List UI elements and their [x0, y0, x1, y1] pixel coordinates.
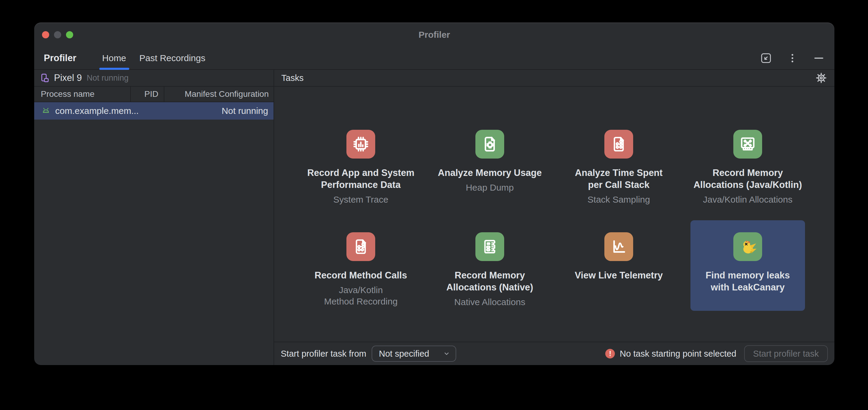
warning-text: No task starting point selected: [620, 349, 736, 359]
task-title: Record Memory Allocations (Java/Kotlin): [690, 167, 805, 191]
task-title: Record Memory Allocations (Native): [433, 269, 547, 294]
footer-bar: Start profiler task from Not specified !…: [274, 342, 834, 365]
start-profiler-task-button[interactable]: Start profiler task: [744, 345, 828, 362]
tab-past-recordings-label: Past Recordings: [140, 53, 206, 63]
titlebar: Profiler: [34, 23, 834, 47]
process-panel: Pixel 9 Not running Process name PID Man…: [34, 70, 274, 365]
task-title: Record Method Calls: [315, 269, 407, 281]
tab-past-recordings[interactable]: Past Recordings: [133, 47, 212, 69]
column-header-pid[interactable]: PID: [131, 87, 164, 102]
task-card[interactable]: Analyze Memory UsageHeap Dump: [433, 118, 547, 208]
start-from-label: Start profiler task from: [281, 349, 366, 359]
process-name: com.example.mem...: [55, 106, 222, 116]
starting-point-dropdown[interactable]: Not specified: [372, 346, 456, 362]
task-subtitle: Stack Sampling: [588, 194, 650, 205]
process-table-header: Process name PID Manifest Configuration: [34, 87, 274, 102]
task-subtitle: System Trace: [333, 194, 388, 205]
more-options-icon[interactable]: [786, 52, 799, 65]
telemetry-chart-icon: [604, 232, 633, 261]
document-method-nodes-icon: [346, 232, 375, 261]
android-icon: [41, 106, 51, 115]
column-header-manifest[interactable]: Manifest Configuration: [164, 87, 274, 102]
task-subtitle: Java/Kotlin Method Recording: [307, 284, 415, 307]
task-card[interactable]: Record Method CallsJava/Kotlin Method Re…: [304, 220, 418, 311]
hide-icon[interactable]: [812, 52, 826, 65]
profiler-window: Profiler Profiler Home Past Recordings: [34, 23, 834, 365]
document-callstack-icon: [604, 130, 633, 159]
memory-native-icon: [475, 232, 504, 261]
task-title: Find memory leaks with LeakCanary: [690, 269, 805, 294]
memory-module-icon: [733, 130, 762, 159]
task-title: View Live Telemetry: [575, 269, 663, 281]
warning-icon: !: [605, 349, 615, 358]
dock-window-icon[interactable]: [760, 52, 773, 65]
device-row[interactable]: Pixel 9 Not running: [34, 70, 274, 87]
tab-home-label: Home: [102, 53, 126, 63]
tasks-title: Tasks: [281, 73, 815, 83]
app-label: Profiler: [44, 53, 76, 64]
task-card[interactable]: Record App and System Performance DataSy…: [304, 118, 418, 208]
task-title: Record App and System Performance Data: [304, 167, 418, 191]
task-card[interactable]: Record Memory Allocations (Java/Kotlin)J…: [690, 118, 805, 208]
document-chip-icon: [475, 130, 504, 159]
column-header-process-name[interactable]: Process name: [34, 87, 131, 102]
task-card[interactable]: Record Memory Allocations (Native)Native…: [433, 220, 547, 311]
process-row-selected[interactable]: com.example.mem... Not running: [34, 102, 274, 119]
process-status: Not running: [222, 106, 268, 116]
leakcanary-bird-icon: [733, 232, 762, 261]
task-subtitle: Java/Kotlin Allocations: [703, 194, 793, 205]
tasks-panel: Tasks Record App and System Performance …: [274, 70, 834, 365]
tasks-header: Tasks: [274, 70, 834, 87]
tabbar: Profiler Home Past Recordings: [34, 47, 834, 70]
dropdown-value: Not specified: [379, 349, 434, 359]
device-phone-icon: [40, 73, 50, 83]
device-name: Pixel 9: [54, 72, 82, 83]
chevron-down-icon: [443, 350, 450, 357]
task-card[interactable]: Analyze Time Spent per Call StackStack S…: [561, 118, 676, 208]
task-card[interactable]: View Live Telemetry: [561, 220, 676, 311]
settings-gear-icon[interactable]: [815, 72, 827, 84]
task-title: Analyze Time Spent per Call Stack: [561, 167, 676, 191]
task-subtitle: Heap Dump: [466, 182, 514, 193]
cpu-chip-chart-icon: [346, 130, 375, 159]
tasks-grid: Record App and System Performance DataSy…: [274, 87, 834, 342]
window-title: Profiler: [34, 30, 834, 40]
task-subtitle: Native Allocations: [455, 297, 525, 308]
task-card[interactable]: Find memory leaks with LeakCanary: [690, 220, 805, 311]
device-status: Not running: [87, 73, 129, 83]
task-title: Analyze Memory Usage: [438, 167, 542, 179]
tab-home[interactable]: Home: [96, 47, 133, 69]
